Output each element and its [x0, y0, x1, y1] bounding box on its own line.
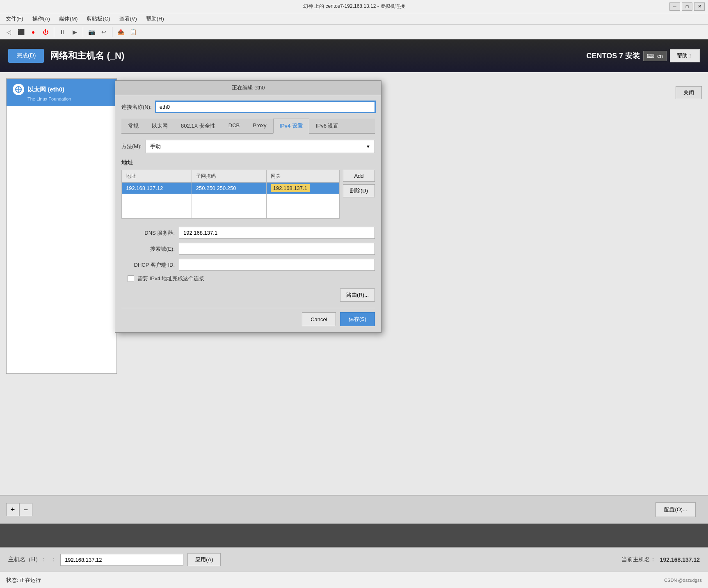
hostname-label: 主机名（H）：	[8, 556, 47, 563]
toolbar-send-icon[interactable]: 📤	[115, 27, 126, 37]
cancel-button[interactable]: Cancel	[302, 312, 336, 326]
require-ipv4-checkbox[interactable]	[128, 275, 134, 282]
language-selector[interactable]: ⌨ cn	[643, 51, 667, 61]
complete-button[interactable]: 完成(D)	[8, 49, 44, 63]
help-button[interactable]: 帮助！	[670, 49, 700, 62]
route-row: 路由(R)...	[121, 288, 375, 302]
method-value: 手动	[150, 143, 161, 150]
status-bar: 状态: 正在运行 CSDN @dszudgss	[0, 572, 708, 588]
keyboard-icon: ⌨	[647, 53, 655, 59]
conn-name-input[interactable]	[156, 101, 375, 112]
toolbar-power-icon[interactable]: ⏻	[40, 27, 51, 37]
toolbar-record-icon[interactable]: ●	[28, 27, 39, 37]
title-bar: 幻神 上的 centos7-192.168.13.12 - 虚拟机连接 ─ □ …	[0, 0, 708, 13]
gateway-value: 192.168.137.1	[271, 184, 310, 192]
delete-address-button[interactable]: 删除(D)	[343, 184, 375, 197]
menu-action[interactable]: 操作(A)	[28, 14, 54, 24]
menu-view[interactable]: 查看(V)	[115, 14, 141, 24]
conn-name-label: 连接名称(N):	[121, 103, 152, 111]
watermark-text: CSDN @dszudgss	[664, 578, 702, 583]
table-buttons: Add 删除(D)	[343, 170, 375, 221]
close-panel-button[interactable]: 关闭	[676, 86, 702, 99]
require-ipv4-label: 需要 IPv4 地址完成这个连接	[137, 275, 204, 282]
method-row: 方法(M): 手动 ▼	[121, 140, 375, 153]
centos-branding: CENTOS 7 安装	[587, 51, 640, 61]
hostname-input[interactable]	[60, 554, 183, 566]
table-header-row: 地址 子网掩码 网关	[122, 170, 340, 183]
tabs-row: 常规 以太网 802.1X 安全性 DCB Proxy IPv4 设置 IPv6…	[121, 119, 375, 134]
dhcp-label: DHCP 客户端 ID:	[121, 261, 175, 269]
dialog-buttons: Cancel 保存(S)	[121, 308, 375, 326]
table-empty-row	[122, 194, 340, 219]
tab-general[interactable]: 常规	[121, 119, 145, 133]
toolbar-restore-icon[interactable]: ↩	[98, 27, 109, 37]
col-gateway: 网关	[266, 170, 339, 183]
help-area: CENTOS 7 安装 ⌨ cn 帮助！	[587, 49, 700, 62]
toolbar-play-icon[interactable]: ▶	[69, 27, 80, 37]
cell-gateway: 192.168.137.1	[266, 183, 339, 194]
close-button[interactable]: ✕	[694, 2, 705, 11]
interface-eth0-item[interactable]: 以太网 (eth0) The Linux Foundation	[7, 79, 116, 106]
hostname-left: 主机名（H）： ： 应用(A)	[8, 553, 221, 566]
main-content: 以太网 (eth0) The Linux Foundation 以太网 (eth…	[0, 72, 708, 524]
bottom-controls: + − 配置(O)...	[0, 495, 708, 524]
maximize-button[interactable]: □	[682, 2, 692, 11]
menu-clipboard[interactable]: 剪贴板(C)	[82, 14, 114, 24]
menu-media[interactable]: 媒体(M)	[55, 14, 82, 24]
interface-name: 以太网 (eth0)	[27, 86, 64, 94]
save-button[interactable]: 保存(S)	[340, 312, 375, 326]
status-text: 状态: 正在运行	[6, 577, 41, 584]
interface-title: 以太网 (eth0)	[13, 84, 110, 95]
config-button[interactable]: 配置(O)...	[655, 502, 696, 517]
page-title: 网络和主机名 (_N)	[50, 50, 124, 62]
method-label: 方法(M):	[121, 143, 142, 150]
tab-ethernet[interactable]: 以太网	[145, 119, 174, 133]
menu-help[interactable]: 帮助(H)	[142, 14, 168, 24]
tab-proxy[interactable]: Proxy	[246, 119, 273, 133]
cell-netmask: 250.250.250.250	[192, 183, 266, 194]
dns-label: DNS 服务器:	[121, 229, 175, 237]
tab-ipv6[interactable]: IPv6 设置	[309, 119, 345, 133]
hostname-right: 当前主机名： 192.168.137.12	[621, 556, 700, 563]
toolbar-separator-3	[112, 27, 112, 37]
address-table: 地址 子网掩码 网关 192.168.137.12 250.250.250.25…	[121, 170, 340, 219]
dhcp-input[interactable]	[179, 259, 375, 271]
toolbar-clipboard-icon[interactable]: 📋	[128, 27, 138, 37]
tab-security[interactable]: 802.1X 安全性	[174, 119, 222, 133]
dns-input[interactable]	[179, 227, 375, 239]
interface-list: 以太网 (eth0) The Linux Foundation	[6, 78, 117, 374]
col-netmask: 子网掩码	[192, 170, 266, 183]
dialog-title: 正在编辑 eth0	[115, 81, 381, 95]
table-row[interactable]: 192.168.137.12 250.250.250.250 192.168.1…	[122, 183, 340, 194]
search-input[interactable]	[179, 243, 375, 255]
page-header: 完成(D) 网络和主机名 (_N) CENTOS 7 安装 ⌨ cn 帮助！	[0, 39, 708, 72]
toolbar-pause-icon[interactable]: ⏸	[57, 27, 68, 37]
menu-bar: 文件(F) 操作(A) 媒体(M) 剪贴板(C) 查看(V) 帮助(H)	[0, 13, 708, 25]
add-interface-button[interactable]: +	[6, 503, 19, 516]
window-title: 幻神 上的 centos7-192.168.13.12 - 虚拟机连接	[3, 3, 705, 10]
window-controls: ─ □ ✕	[669, 2, 705, 11]
address-table-area: 地址 子网掩码 网关 192.168.137.12 250.250.250.25…	[121, 170, 375, 221]
toolbar-back-icon[interactable]: ◁	[3, 27, 14, 37]
toolbar-stop-icon[interactable]: ⬛	[16, 27, 26, 37]
address-section-title: 地址	[121, 159, 375, 167]
col-address: 地址	[122, 170, 192, 183]
method-select[interactable]: 手动 ▼	[146, 140, 375, 153]
dhcp-row: DHCP 客户端 ID:	[121, 259, 375, 271]
tab-ipv4[interactable]: IPv4 设置	[273, 119, 309, 134]
require-ipv4-row: 需要 IPv4 地址完成这个连接	[128, 275, 375, 282]
add-address-button[interactable]: Add	[343, 170, 375, 182]
minimize-button[interactable]: ─	[669, 2, 680, 11]
toolbar-snapshot-icon[interactable]: 📷	[86, 27, 97, 37]
apply-hostname-button[interactable]: 应用(A)	[187, 553, 221, 566]
route-button[interactable]: 路由(R)...	[340, 288, 375, 302]
tab-dcb[interactable]: DCB	[222, 119, 246, 133]
remove-interface-button[interactable]: −	[19, 503, 32, 516]
edit-connection-dialog: 正在编辑 eth0 连接名称(N): 常规 以太网 802.1X 安全性 DCB…	[115, 80, 381, 333]
toolbar-separator-1	[54, 27, 54, 37]
search-domain-row: 搜索域(E):	[121, 243, 375, 255]
conn-name-row: 连接名称(N):	[121, 101, 375, 112]
current-hostname-value: 192.168.137.12	[660, 556, 700, 563]
menu-file[interactable]: 文件(F)	[2, 14, 27, 24]
dialog-body: 连接名称(N): 常规 以太网 802.1X 安全性 DCB Proxy IPv…	[115, 95, 381, 332]
